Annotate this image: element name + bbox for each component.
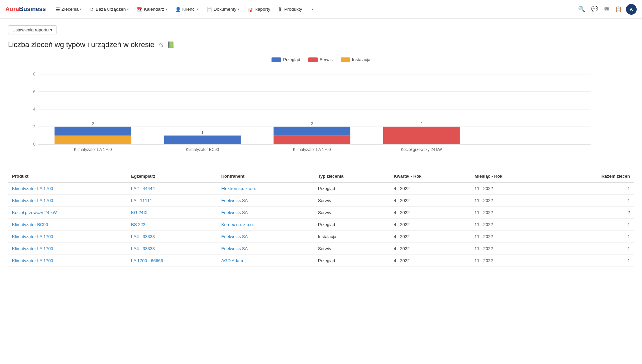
page-title-text: Liczba zleceń wg typów i urządzeń w okre… xyxy=(8,40,154,49)
table-link[interactable]: Edelweiss SA xyxy=(221,210,248,215)
table-cell: 4 - 2022 xyxy=(390,255,471,267)
more-icon: ⋮ xyxy=(310,7,315,12)
avatar[interactable]: A xyxy=(626,4,637,15)
svg-text:Klimatyzator LA 1700: Klimatyzator LA 1700 xyxy=(293,147,331,152)
nav-item-produkty[interactable]: 🗄 Produkty xyxy=(275,5,305,14)
table-cell[interactable]: Elektron sp. z o.o. xyxy=(217,182,314,195)
table-link[interactable]: Edelweiss SA xyxy=(221,246,248,251)
monitor-icon: 🖥 xyxy=(90,7,94,12)
svg-rect-10 xyxy=(55,136,131,144)
chart-svg: 024682Klimatyzator LA 17001Klimatyzator … xyxy=(21,67,621,181)
calendar-button[interactable]: 📋 xyxy=(613,4,624,15)
svg-rect-17 xyxy=(274,136,350,144)
table-cell[interactable]: Kocioł grzewczy 24 kW xyxy=(8,207,127,219)
table-link[interactable]: Elektron sp. z o.o. xyxy=(221,186,256,191)
nav-item-zlecenia[interactable]: ☰ Zlecenia ▾ xyxy=(52,5,85,14)
table-cell: 4 - 2022 xyxy=(390,182,471,195)
table-cell[interactable]: Edelweiss SA xyxy=(217,195,314,207)
search-button[interactable]: 🔍 xyxy=(576,4,587,15)
export-icon[interactable]: 📗 xyxy=(167,41,175,48)
table-cell[interactable]: BS 222 xyxy=(127,219,217,231)
print-icon[interactable]: 🖨 xyxy=(158,41,164,48)
table-link[interactable]: Edelweiss SA xyxy=(221,198,248,203)
legend-label: Instalacja xyxy=(352,57,370,62)
nav-item-baza-urzadzen[interactable]: 🖥 Baza urządzeń ▾ xyxy=(86,5,132,14)
table-link[interactable]: Edelweiss SA xyxy=(221,234,248,239)
table-cell: Przegląd xyxy=(314,182,390,195)
zlecenia-icon: ☰ xyxy=(56,7,60,12)
table-cell[interactable]: Edelweiss SA xyxy=(217,207,314,219)
table-link[interactable]: AGD Adam xyxy=(221,258,243,263)
table-link[interactable]: Klimatyzator LA 1700 xyxy=(12,198,53,203)
table-cell: 4 - 2022 xyxy=(390,195,471,207)
nav-label-baza-urzadzen: Baza urządzeń xyxy=(96,7,126,12)
page-title: Liczba zleceń wg typów i urządzeń w okre… xyxy=(8,40,634,49)
svg-rect-21 xyxy=(383,127,460,145)
table-cell[interactable]: LA - 11111 xyxy=(127,195,217,207)
table-cell[interactable]: Edelweiss SA xyxy=(217,243,314,255)
table-cell[interactable]: Klimatyzator LA 1700 xyxy=(8,231,127,243)
storage-icon: 🗄 xyxy=(278,7,283,12)
table-cell: 1 xyxy=(551,182,634,195)
svg-rect-11 xyxy=(55,127,131,136)
table-cell[interactable]: LA2 - 44444 xyxy=(127,182,217,195)
email-button[interactable]: ✉ xyxy=(602,4,611,15)
user-icon: 👤 xyxy=(175,7,181,12)
nav-right: 🔍 💬 ✉ 📋 A xyxy=(576,4,637,15)
table-cell[interactable]: AGD Adam xyxy=(217,255,314,267)
table-link[interactable]: LA2 - 44444 xyxy=(131,186,155,191)
table-link[interactable]: Kocioł grzewczy 24 kW xyxy=(12,210,57,215)
table-cell: 11 - 2022 xyxy=(470,243,551,255)
table-link[interactable]: Klimatyzator LA 1700 xyxy=(12,234,53,239)
table-link[interactable]: LA4 - 33333 xyxy=(131,234,155,239)
nav-item-kalendarz[interactable]: 📅 Kalendarz ▾ xyxy=(133,5,171,14)
chat-button[interactable]: 💬 xyxy=(589,4,600,15)
table-row: Klimatyzator LA 1700LA4 - 33333Edelweiss… xyxy=(8,231,634,243)
table-cell[interactable]: Kornex sp. z o.o. xyxy=(217,219,314,231)
table-cell[interactable]: Klimatyzator LA 1700 xyxy=(8,243,127,255)
table-link[interactable]: Klimatyzator LA 1700 xyxy=(12,186,53,191)
svg-text:Klimatyzator LA 1700: Klimatyzator LA 1700 xyxy=(74,147,112,152)
table-link[interactable]: Klimatyzator BC90 xyxy=(12,222,48,227)
table-link[interactable]: BS 222 xyxy=(131,222,145,227)
table-link[interactable]: KG 24XL xyxy=(131,210,149,215)
table-link[interactable]: Klimatyzator LA 1700 xyxy=(12,258,53,263)
nav-item-klienci[interactable]: 👤 Klienci ▾ xyxy=(172,5,202,14)
svg-text:2: 2 xyxy=(311,122,313,126)
settings-label: Ustawienia raportu xyxy=(12,27,48,32)
settings-report-button[interactable]: Ustawienia raportu ▾ xyxy=(8,25,57,34)
logo-business: Business xyxy=(19,6,46,13)
table-link[interactable]: LA 1700 - 66666 xyxy=(131,258,163,263)
table-cell[interactable]: KG 24XL xyxy=(127,207,217,219)
table-cell[interactable]: LA4 - 33333 xyxy=(127,231,217,243)
table-link[interactable]: Kornex sp. z o.o. xyxy=(221,222,254,227)
nav-item-dokumenty[interactable]: 📄 Dokumenty ▾ xyxy=(203,5,243,14)
svg-text:6: 6 xyxy=(33,89,35,94)
table-cell: 1 xyxy=(551,255,634,267)
table-link[interactable]: LA - 11111 xyxy=(131,198,152,203)
table-cell[interactable]: Klimatyzator LA 1700 xyxy=(8,255,127,267)
table-cell[interactable]: Klimatyzator LA 1700 xyxy=(8,195,127,207)
table-cell: Serwis xyxy=(314,195,390,207)
table-cell: 1 xyxy=(551,231,634,243)
table-cell[interactable]: Klimatyzator BC90 xyxy=(8,219,127,231)
svg-text:Klimatyzator BC90: Klimatyzator BC90 xyxy=(186,147,219,152)
table-cell: 11 - 2022 xyxy=(470,195,551,207)
legend-color xyxy=(341,57,350,62)
legend-color xyxy=(272,57,281,62)
chart-area: 024682Klimatyzator LA 17001Klimatyzator … xyxy=(21,67,621,168)
chevron-down-icon: ▾ xyxy=(80,7,82,11)
table-cell[interactable]: Edelweiss SA xyxy=(217,231,314,243)
svg-text:2: 2 xyxy=(33,125,35,129)
table-link[interactable]: Klimatyzator LA 1700 xyxy=(12,246,53,251)
nav-item-more[interactable]: ⋮ xyxy=(307,5,318,14)
table-cell[interactable]: LA 1700 - 66666 xyxy=(127,255,217,267)
svg-text:0: 0 xyxy=(33,142,35,147)
chevron-down-icon: ▾ xyxy=(50,27,52,32)
nav-item-raporty[interactable]: 📊 Raporty xyxy=(244,5,274,14)
table-cell: Serwis xyxy=(314,243,390,255)
chevron-down-icon: ▾ xyxy=(238,7,239,11)
table-cell[interactable]: LA4 - 33333 xyxy=(127,243,217,255)
table-cell[interactable]: Klimatyzator LA 1700 xyxy=(8,182,127,195)
table-link[interactable]: LA4 - 33333 xyxy=(131,246,155,251)
